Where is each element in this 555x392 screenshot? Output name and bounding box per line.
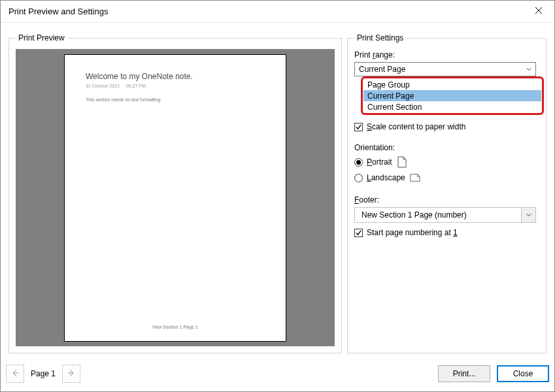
preview-page-meta: 31 October 2021 05:27 PM [86, 84, 265, 88]
preview-page-body: This section needs no text formatting. [86, 97, 265, 102]
landscape-page-icon [409, 172, 421, 184]
orientation-landscape-label: Landscape [367, 173, 405, 182]
print-button[interactable]: Print... [438, 365, 490, 382]
titlebar: Print Preview and Settings [1, 1, 554, 23]
orientation-portrait-label: Portrait [367, 157, 392, 167]
start-numbering-label: Start page numbering at 1 [367, 228, 458, 237]
print-settings-legend: Print Settings [354, 33, 406, 42]
orientation-label: Orientation: [354, 143, 539, 152]
next-page-button[interactable] [62, 365, 80, 383]
footer-combo[interactable]: New Section 1 Page (number) [354, 207, 536, 223]
close-button[interactable]: Close [497, 365, 549, 382]
start-numbering-checkbox[interactable] [354, 229, 363, 237]
portrait-page-icon [396, 156, 408, 168]
preview-viewport: Welcome to my OneNote note. 31 October 2… [16, 49, 335, 346]
footer-selected: New Section 1 Page (number) [362, 210, 467, 220]
scale-row: Scale content to paper width [354, 122, 539, 131]
print-range-label: Print range: [354, 50, 539, 59]
orientation-portrait-row: Portrait [354, 156, 539, 168]
chevron-down-icon [524, 64, 534, 74]
page-indicator: Page 1 [31, 369, 56, 378]
chevron-down-icon [521, 208, 535, 222]
print-preview-group: Print Preview Welcome to my OneNote note… [8, 33, 342, 353]
print-settings-group: Print Settings Print range: Current Page… [347, 33, 547, 353]
orientation-landscape-row: Landscape [354, 172, 539, 184]
prev-page-button[interactable] [6, 365, 24, 383]
preview-page-heading: Welcome to my OneNote note. [86, 72, 265, 81]
print-preview-legend: Print Preview [16, 33, 67, 42]
orientation-portrait-radio[interactable] [354, 158, 363, 167]
window-close-button[interactable] [526, 2, 552, 22]
print-range-option-current-page[interactable]: Current Page [363, 90, 541, 101]
print-range-dropdown[interactable]: Page Group Current Page Current Section [361, 76, 544, 115]
start-numbering-row: Start page numbering at 1 [354, 228, 539, 237]
arrow-left-icon [11, 369, 19, 379]
scale-label: Scale content to paper width [367, 122, 465, 131]
preview-page-date: 31 October 2021 [86, 84, 120, 88]
scale-checkbox[interactable] [354, 123, 363, 131]
orientation-landscape-radio[interactable] [354, 174, 363, 182]
window-title: Print Preview and Settings [8, 7, 108, 16]
print-range-selected: Current Page [359, 65, 405, 74]
bottom-bar: Page 1 Print... Close [6, 361, 549, 386]
preview-page-time: 05:27 PM [126, 84, 146, 88]
preview-page: Welcome to my OneNote note. 31 October 2… [64, 54, 286, 342]
print-range-option-page-group[interactable]: Page Group [363, 79, 541, 90]
preview-page-footer: New Section 1 Page 1 [86, 325, 265, 329]
print-range-combo[interactable]: Current Page [354, 62, 536, 76]
close-icon [535, 7, 543, 16]
arrow-right-icon [67, 369, 75, 379]
print-range-option-current-section[interactable]: Current Section [363, 101, 541, 112]
footer-label: Footer: [354, 195, 539, 204]
